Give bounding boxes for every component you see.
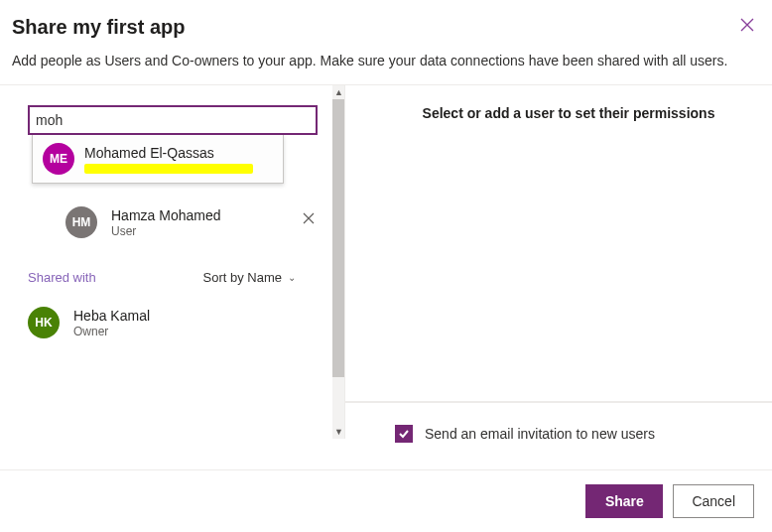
permissions-placeholder: Select or add a user to set their permis… — [385, 105, 752, 121]
divider — [345, 401, 772, 403]
suggestion-name: Mohamed El-Qassas — [84, 145, 253, 161]
remove-user-icon[interactable] — [303, 212, 315, 227]
user-name: Heba Kamal — [73, 308, 150, 324]
dialog-subtitle: Add people as Users and Co-owners to you… — [0, 47, 772, 84]
email-invite-checkbox[interactable] — [395, 425, 413, 443]
scroll-down-icon[interactable]: ▼ — [332, 425, 345, 439]
cancel-button[interactable]: Cancel — [673, 484, 754, 518]
chevron-down-icon: ⌄ — [288, 272, 296, 283]
user-search-input[interactable] — [28, 105, 318, 135]
email-invite-label: Send an email invitation to new users — [425, 426, 655, 442]
suggestion-dropdown[interactable]: ME Mohamed El-Qassas — [32, 135, 284, 184]
sort-label: Sort by Name — [203, 270, 282, 285]
user-role: User — [111, 224, 221, 238]
share-button[interactable]: Share — [585, 484, 663, 518]
shared-user-row[interactable]: HK Heba Kamal Owner — [28, 307, 326, 338]
user-role: Owner — [73, 325, 150, 338]
redacted-email — [84, 164, 253, 174]
pending-user-row[interactable]: HM Hamza Mohamed User — [28, 202, 326, 242]
avatar: ME — [43, 143, 74, 175]
shared-with-label: Shared with — [28, 270, 96, 285]
sort-by-button[interactable]: Sort by Name ⌄ — [203, 270, 296, 285]
close-icon[interactable] — [740, 18, 754, 35]
dialog-title: Share my first app — [12, 16, 754, 39]
avatar: HM — [65, 206, 97, 238]
scrollbar-thumb[interactable] — [332, 99, 345, 377]
scroll-up-icon[interactable]: ▲ — [332, 85, 345, 99]
avatar: HK — [28, 307, 60, 338]
user-name: Hamza Mohamed — [111, 207, 221, 223]
divider — [0, 469, 772, 470]
